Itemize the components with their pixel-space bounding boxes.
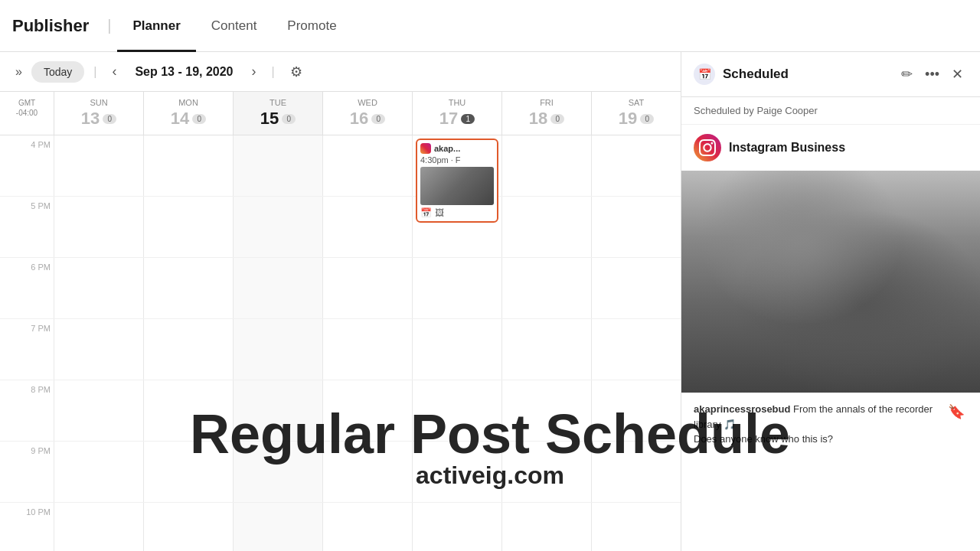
cell-thu-5pm[interactable] [412, 197, 501, 257]
panel-caption: akaprincessrosebud From the annals of th… [694, 402, 937, 447]
toolbar-divider-2: | [269, 65, 278, 79]
caption-username: akaprincessrosebud [694, 403, 790, 415]
toolbar-divider: | [90, 65, 100, 79]
cell-wed-4pm[interactable] [322, 135, 412, 196]
time-row-5pm: 5 PM [0, 197, 681, 258]
account-name: Instagram Business [729, 141, 845, 155]
panel-more-button[interactable]: ••• [920, 63, 944, 86]
calendar-grid: GMT -04:00 Sun 13 0 Mon 14 0 [0, 92, 681, 551]
day-headers: GMT -04:00 Sun 13 0 Mon 14 0 [0, 92, 681, 135]
day-header-sun: Sun 13 0 [54, 92, 143, 135]
calendar-area: » Today | ‹ Sep 13 - 19, 2020 › | ⚙ GMT … [0, 52, 681, 551]
time-rows: 4 PM akap... 4:30pm · F [0, 135, 681, 551]
time-row-9pm: 9 PM [0, 442, 681, 503]
cell-tue-7pm[interactable] [233, 319, 322, 380]
time-row-4pm: 4 PM akap... 4:30pm · F [0, 135, 681, 197]
cell-sun-10pm[interactable] [54, 503, 143, 551]
cell-mon-7pm[interactable] [143, 319, 233, 380]
cell-thu-10pm[interactable] [412, 503, 501, 551]
panel-title: Scheduled [723, 67, 889, 82]
nav-item-promote[interactable]: Promote [272, 0, 351, 52]
time-label-10pm: 10 PM [0, 503, 54, 551]
today-button[interactable]: Today [31, 61, 84, 83]
day-header-fri: Fri 18 0 [501, 92, 591, 135]
day-header-tue: Tue 15 0 [233, 92, 322, 135]
calendar-toolbar: » Today | ‹ Sep 13 - 19, 2020 › | ⚙ [0, 52, 681, 92]
cell-thu-6pm[interactable] [412, 258, 501, 318]
cell-fri-4pm[interactable] [501, 135, 591, 196]
cell-sat-5pm[interactable] [591, 197, 681, 257]
time-row-7pm: 7 PM [0, 319, 681, 380]
cell-thu-4pm[interactable]: akap... 4:30pm · F 📅 🖼 [412, 135, 501, 196]
cell-mon-10pm[interactable] [143, 503, 233, 551]
cell-tue-4pm[interactable] [233, 135, 322, 196]
top-nav: Publisher | Planner Content Promote [0, 0, 980, 52]
cell-tue-6pm[interactable] [233, 258, 322, 318]
instagram-logo [694, 134, 721, 161]
settings-button[interactable]: ⚙ [284, 60, 309, 83]
panel-post-image [681, 171, 980, 393]
cell-sun-4pm[interactable] [54, 135, 143, 196]
panel-edit-button[interactable]: ✏ [897, 63, 917, 86]
cell-sun-7pm[interactable] [54, 319, 143, 380]
cell-wed-9pm[interactable] [322, 442, 412, 502]
prev-week-button[interactable]: ‹ [106, 60, 122, 83]
time-label-4pm: 4 PM [0, 135, 54, 196]
nav-item-planner[interactable]: Planner [117, 0, 195, 52]
cell-mon-4pm[interactable] [143, 135, 233, 196]
day-header-wed: Wed 16 0 [322, 92, 412, 135]
gmt-header: GMT -04:00 [0, 92, 54, 135]
cell-fri-10pm[interactable] [501, 503, 591, 551]
panel-footer: akaprincessrosebud From the annals of th… [681, 393, 980, 456]
cell-fri-9pm[interactable] [501, 442, 591, 502]
cell-wed-7pm[interactable] [322, 319, 412, 380]
cell-tue-9pm[interactable] [233, 442, 322, 502]
cell-tue-10pm[interactable] [233, 503, 322, 551]
cell-fri-8pm[interactable] [501, 380, 591, 441]
collapse-button[interactable]: » [12, 62, 25, 82]
cell-wed-6pm[interactable] [322, 258, 412, 318]
cell-fri-7pm[interactable] [501, 319, 591, 380]
panel-header-actions: ✏ ••• ✕ [897, 63, 968, 86]
cell-sun-5pm[interactable] [54, 197, 143, 257]
cell-thu-8pm[interactable] [412, 380, 501, 441]
cell-wed-10pm[interactable] [322, 503, 412, 551]
cell-mon-9pm[interactable] [143, 442, 233, 502]
post-time: 4:30pm · F [420, 155, 494, 165]
cell-thu-7pm[interactable] [412, 319, 501, 380]
panel-header: 📅 Scheduled ✏ ••• ✕ [681, 52, 980, 97]
cell-sat-9pm[interactable] [591, 442, 681, 502]
bookmark-button[interactable]: 🔖 [945, 402, 968, 422]
cell-tue-5pm[interactable] [233, 197, 322, 257]
cell-sat-8pm[interactable] [591, 380, 681, 441]
cell-sun-9pm[interactable] [54, 442, 143, 502]
cell-thu-9pm[interactable] [412, 442, 501, 502]
next-week-button[interactable]: › [246, 60, 263, 83]
cell-tue-8pm[interactable] [233, 380, 322, 441]
cell-mon-6pm[interactable] [143, 258, 233, 318]
cell-mon-5pm[interactable] [143, 197, 233, 257]
cell-sun-6pm[interactable] [54, 258, 143, 318]
date-range: Sep 13 - 19, 2020 [129, 65, 239, 79]
cell-fri-5pm[interactable] [501, 197, 591, 257]
instagram-icon [420, 143, 431, 154]
time-label-7pm: 7 PM [0, 319, 54, 380]
post-handle: akap... [434, 144, 460, 153]
nav-item-content[interactable]: Content [196, 0, 273, 52]
panel-close-button[interactable]: ✕ [947, 63, 968, 86]
day-header-mon: Mon 14 0 [143, 92, 233, 135]
panel-account: Instagram Business [681, 125, 980, 171]
cell-wed-8pm[interactable] [322, 380, 412, 441]
publisher-logo: Publisher [12, 16, 101, 36]
cell-wed-5pm[interactable] [322, 197, 412, 257]
cell-sat-4pm[interactable] [591, 135, 681, 196]
day-header-thu: Thu 17 1 [412, 92, 501, 135]
cell-sat-7pm[interactable] [591, 319, 681, 380]
cell-sat-10pm[interactable] [591, 503, 681, 551]
scheduled-by: Scheduled by Paige Cooper [681, 97, 980, 125]
main-layout: » Today | ‹ Sep 13 - 19, 2020 › | ⚙ GMT … [0, 52, 980, 551]
cell-fri-6pm[interactable] [501, 258, 591, 318]
cell-mon-8pm[interactable] [143, 380, 233, 441]
cell-sun-8pm[interactable] [54, 380, 143, 441]
cell-sat-6pm[interactable] [591, 258, 681, 318]
